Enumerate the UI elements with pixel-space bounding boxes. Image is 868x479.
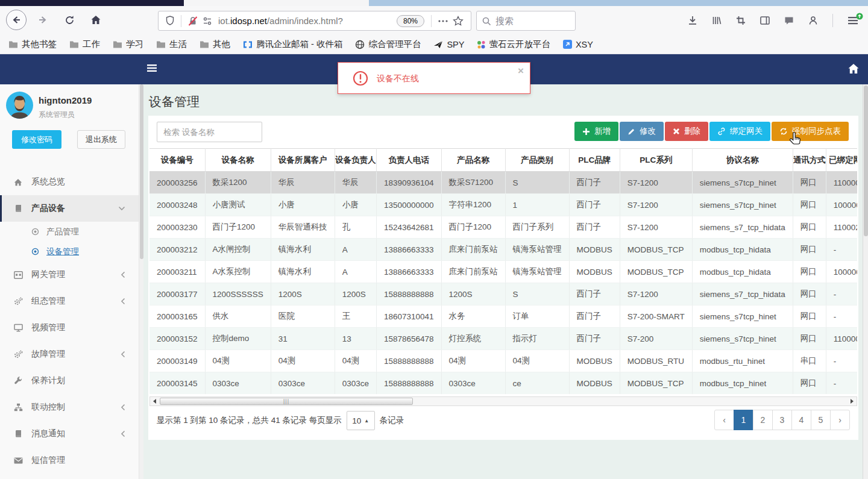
sidebar-item-保养计划[interactable]: 保养计划 bbox=[0, 368, 139, 394]
bookmark-star-icon[interactable] bbox=[450, 16, 466, 27]
table-row[interactable]: 200003152控制demo311315878656478灯控系统指示灯西门子… bbox=[149, 328, 857, 350]
downloads-icon[interactable] bbox=[688, 16, 697, 25]
chevron-down-icon bbox=[118, 206, 125, 211]
screenshot-icon[interactable] bbox=[736, 16, 746, 25]
device-search-input[interactable] bbox=[157, 122, 262, 142]
home-button[interactable] bbox=[86, 10, 106, 30]
page-button-1[interactable]: 1 bbox=[734, 410, 753, 430]
table-row[interactable]: 2000031450303ce0303ce0303ce1588888888803… bbox=[149, 372, 857, 395]
bookmark-item[interactable]: 其他书签 bbox=[8, 39, 57, 50]
sidebar-item-组态管理[interactable]: 组态管理 bbox=[0, 288, 139, 315]
bookmark-item[interactable]: 综合管理平台 bbox=[355, 39, 421, 50]
新增-button[interactable]: 新增 bbox=[574, 122, 618, 141]
table-row[interactable]: 200003165供水医院王18607310041水务订单西门子S7-200-S… bbox=[149, 305, 857, 328]
bookmark-item[interactable]: 萤石云开放平台 bbox=[477, 39, 550, 50]
table-cell: S7-200 bbox=[620, 328, 692, 350]
table-row[interactable]: 200003211A水泵控制镇海水利A13886663333庶来门前泵站镇海泵站… bbox=[149, 261, 857, 283]
column-header[interactable]: 设备名称 bbox=[205, 149, 271, 172]
page-button-4[interactable]: 4 bbox=[791, 410, 811, 430]
back-button[interactable] bbox=[6, 10, 27, 30]
bookmark-item[interactable]: 其他 bbox=[200, 39, 230, 50]
forward-button[interactable] bbox=[33, 10, 53, 30]
sidebar-item-视频管理[interactable]: 视频管理 bbox=[0, 315, 139, 341]
sidebar-item-联动控制[interactable]: 联动控制 bbox=[0, 394, 139, 421]
column-header[interactable]: PLC系列 bbox=[620, 149, 692, 172]
page-scrollbar[interactable] bbox=[863, 84, 868, 479]
修改-button[interactable]: 修改 bbox=[620, 122, 664, 141]
browser-search-input[interactable] bbox=[495, 16, 562, 26]
column-header[interactable]: 协议名称 bbox=[692, 149, 793, 172]
tab-strip[interactable] bbox=[0, 0, 868, 6]
page-prev-button[interactable]: ‹ bbox=[714, 410, 734, 430]
sidebar-collapse-icon[interactable] bbox=[146, 64, 157, 72]
app-menu-button[interactable] bbox=[848, 16, 858, 25]
active-tab[interactable] bbox=[184, 0, 369, 6]
sidebar-item-产品设备[interactable]: 产品设备 bbox=[0, 195, 139, 222]
table-row[interactable]: 20000314904测04测04测1588888888804测04测MODBU… bbox=[149, 350, 857, 372]
scrollbar-thumb[interactable]: ||| bbox=[160, 398, 413, 405]
sidebar-item-网关管理[interactable]: 网关管理 bbox=[0, 261, 139, 288]
sidebar-item-短信管理[interactable]: 短信管理 bbox=[0, 447, 139, 474]
column-header[interactable]: 负责人电话 bbox=[376, 149, 441, 172]
sidebar-scrollbar[interactable] bbox=[139, 84, 143, 479]
bookmark-item[interactable]: 生活 bbox=[156, 39, 187, 50]
绑定网关-button[interactable]: 绑定网关 bbox=[709, 122, 770, 141]
column-header[interactable]: 产品类别 bbox=[505, 149, 569, 172]
table-cell: 数采S71200 bbox=[441, 172, 505, 194]
bookmark-item[interactable]: 学习 bbox=[113, 39, 143, 50]
page-button-5[interactable]: 5 bbox=[811, 410, 831, 430]
sidebar-item-消息通知[interactable]: 消息通知 bbox=[0, 421, 139, 447]
search-box[interactable] bbox=[476, 11, 576, 31]
change-password-button[interactable]: 修改密码 bbox=[12, 130, 61, 149]
permissions-icon[interactable] bbox=[200, 17, 215, 25]
table-row[interactable]: 200003212A水闸控制镇海水利A13886663333庶来门前泵站镇海泵站… bbox=[149, 239, 857, 261]
url-bar[interactable]: iot.idosp.net/admin/index.html? 80% bbox=[158, 11, 471, 31]
table-cell: 字符串1200 bbox=[441, 194, 505, 216]
tracking-shield-icon[interactable] bbox=[163, 16, 177, 26]
table-cell: 庶来门前泵站 bbox=[441, 261, 505, 283]
强制同步点表-button[interactable]: 强制同步点表 bbox=[772, 122, 849, 141]
page-button-2[interactable]: 2 bbox=[753, 410, 773, 430]
navbar-home-icon[interactable] bbox=[848, 63, 860, 75]
url-text[interactable]: iot.idosp.net/admin/index.html? bbox=[218, 16, 397, 26]
table-row[interactable]: 200003256数采1200华辰华辰18390936104数采S71200S西… bbox=[149, 172, 857, 194]
sidebar-item-系统总览[interactable]: 系统总览 bbox=[0, 169, 139, 195]
scroll-right-arrow[interactable] bbox=[848, 397, 857, 405]
logout-button[interactable]: 退出系统 bbox=[77, 130, 125, 149]
bookmark-item[interactable]: 腾讯企业邮箱 - 收件箱 bbox=[243, 39, 342, 50]
reload-button[interactable] bbox=[59, 10, 80, 30]
table-row[interactable]: 200003230西门子1200华辰智通科技孔15243642681西门子120… bbox=[149, 216, 857, 239]
column-header[interactable]: 通讯方式 bbox=[793, 149, 826, 172]
page-size-select[interactable]: 10 ▲ bbox=[347, 411, 375, 430]
删除-button[interactable]: 删除 bbox=[665, 122, 708, 141]
page-next-button[interactable]: › bbox=[830, 410, 850, 430]
sidebar-subitem-设备管理[interactable]: 设备管理 bbox=[0, 242, 139, 261]
sidebar-subitem-产品管理[interactable]: 产品管理 bbox=[0, 222, 139, 242]
account-icon[interactable] bbox=[808, 16, 818, 25]
column-header[interactable]: PLC品牌 bbox=[569, 149, 620, 172]
horizontal-scrollbar[interactable]: ||| bbox=[149, 396, 857, 406]
alert-exclamation-icon bbox=[353, 70, 368, 86]
scroll-left-arrow[interactable] bbox=[150, 397, 159, 405]
page-button-3[interactable]: 3 bbox=[772, 410, 792, 430]
sidebar-toggle-icon[interactable] bbox=[760, 16, 770, 25]
messages-icon[interactable] bbox=[784, 16, 794, 25]
bookmark-item[interactable]: 工作 bbox=[69, 39, 100, 50]
column-header[interactable]: 设备所属客户 bbox=[271, 149, 335, 172]
library-icon[interactable] bbox=[712, 16, 722, 25]
column-header[interactable]: 产品名称 bbox=[441, 149, 505, 172]
table-cell: 200003248 bbox=[149, 194, 205, 216]
column-header[interactable]: 已绑定网关 bbox=[826, 149, 857, 172]
column-header[interactable]: 设备编号 bbox=[149, 149, 205, 172]
alert-close-icon[interactable]: × bbox=[518, 65, 524, 77]
table-row[interactable]: 200003248小唐测试小唐小唐13500000000字符串12001西门子S… bbox=[149, 194, 857, 216]
bookmark-item[interactable]: XSY bbox=[563, 40, 593, 49]
table-cell: 网口 bbox=[793, 372, 826, 395]
insecure-lock-icon[interactable] bbox=[186, 16, 200, 26]
sidebar-item-故障管理[interactable]: 故障管理 bbox=[0, 341, 139, 368]
bookmark-item[interactable]: SPY bbox=[433, 40, 464, 49]
page-actions-icon[interactable] bbox=[436, 20, 450, 22]
column-header[interactable]: 设备负责人 bbox=[335, 149, 376, 172]
zoom-badge[interactable]: 80% bbox=[397, 15, 424, 27]
table-row[interactable]: 2000031771200SSSSSS1200S1200S15888888888… bbox=[149, 283, 857, 305]
